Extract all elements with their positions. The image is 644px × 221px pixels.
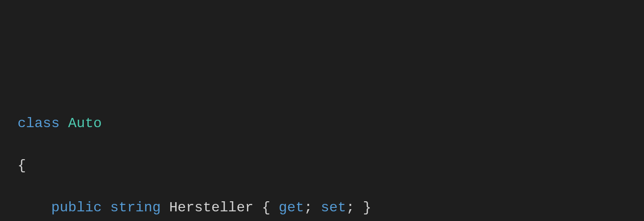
code-line: { [18, 155, 644, 176]
keyword-get: get [279, 200, 304, 216]
code-line: class Auto [18, 113, 644, 134]
code-editor[interactable]: class Auto { public string Hersteller { … [18, 92, 644, 221]
property-name: Hersteller [169, 200, 254, 216]
brace: } [363, 200, 371, 216]
class-name: Auto [68, 115, 102, 132]
keyword-modifier: public [51, 200, 102, 216]
keyword-class: class [18, 115, 60, 132]
semicolon: ; [346, 200, 354, 216]
code-line: public string Hersteller { get; set; } [18, 197, 644, 218]
keyword-set: set [321, 200, 346, 216]
brace: { [262, 200, 270, 216]
brace-open: { [18, 157, 26, 174]
type-string: string [110, 200, 161, 216]
semicolon: ; [304, 200, 312, 216]
